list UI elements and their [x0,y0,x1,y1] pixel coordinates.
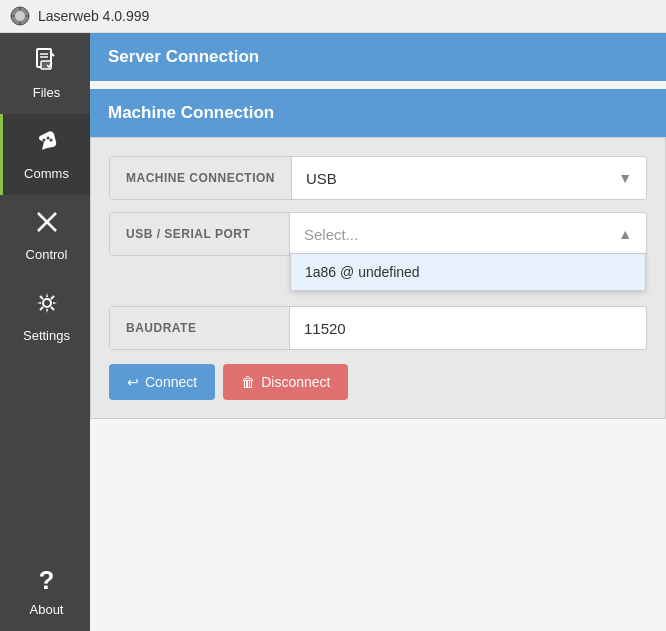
baudrate-row: BAUDRATE 11520 [109,306,647,350]
sidebar-item-files[interactable]: Files [0,33,90,114]
title-bar: Laserweb 4.0.999 [0,0,666,33]
baudrate-label: BAUDRATE [110,307,290,349]
sidebar-files-label: Files [33,85,60,100]
sidebar-settings-label: Settings [23,328,70,343]
usb-serial-row: USB / SERIAL PORT Select... ▲ 1a86 @ und… [109,212,647,256]
machine-connection-row: MACHINE CONNECTION USB ▼ [109,156,647,200]
sidebar: Files Comms Control [0,33,90,631]
connect-button[interactable]: ↩ Connect [109,364,215,400]
about-icon: ? [39,565,55,596]
machine-connection-arrow-icon: ▼ [618,170,632,186]
content-area: Server Connection Machine Connection MAC… [90,33,666,631]
sidebar-about-label: About [30,602,64,617]
sidebar-item-comms[interactable]: Comms [0,114,90,195]
svg-point-1 [15,11,25,21]
settings-icon [34,290,60,322]
connect-icon: ↩ [127,374,139,390]
usb-serial-dropdown: 1a86 @ undefined [290,253,646,291]
svg-point-15 [43,299,51,307]
server-connection-header: Server Connection [90,33,666,81]
machine-connection-panel: MACHINE CONNECTION USB ▼ USB / SERIAL PO… [90,137,666,419]
sidebar-item-settings[interactable]: Settings [0,276,90,357]
control-icon [34,209,60,241]
usb-serial-label: USB / SERIAL PORT [110,213,290,255]
usb-serial-arrow-icon: ▲ [618,226,632,242]
sidebar-item-control[interactable]: Control [0,195,90,276]
machine-connection-value[interactable]: USB ▼ [292,160,646,197]
sidebar-item-about[interactable]: ? About [0,551,90,631]
machine-connection-selected: USB [306,170,337,187]
comms-icon [34,128,60,160]
files-icon [34,47,60,79]
disconnect-label: Disconnect [261,374,330,390]
sidebar-comms-label: Comms [24,166,69,181]
usb-serial-select-container: Select... ▲ 1a86 @ undefined [290,216,646,253]
sidebar-control-label: Control [26,247,68,262]
usb-serial-select[interactable]: Select... ▲ [290,216,646,253]
machine-connection-label: MACHINE CONNECTION [110,157,292,199]
dropdown-item-1a86[interactable]: 1a86 @ undefined [291,254,645,290]
disconnect-icon: 🗑 [241,374,255,390]
svg-rect-7 [41,61,51,69]
main-layout: Files Comms Control [0,33,666,631]
button-row: ↩ Connect 🗑 Disconnect [109,364,647,400]
usb-serial-placeholder: Select... [304,226,358,243]
baudrate-value[interactable]: 11520 [290,310,360,347]
connect-label: Connect [145,374,197,390]
disconnect-button[interactable]: 🗑 Disconnect [223,364,348,400]
app-icon [10,6,30,26]
svg-point-12 [49,139,52,142]
app-title: Laserweb 4.0.999 [38,8,149,24]
svg-point-11 [46,137,49,140]
svg-point-10 [42,139,45,142]
sidebar-spacer [0,357,90,551]
machine-connection-header: Machine Connection [90,89,666,137]
